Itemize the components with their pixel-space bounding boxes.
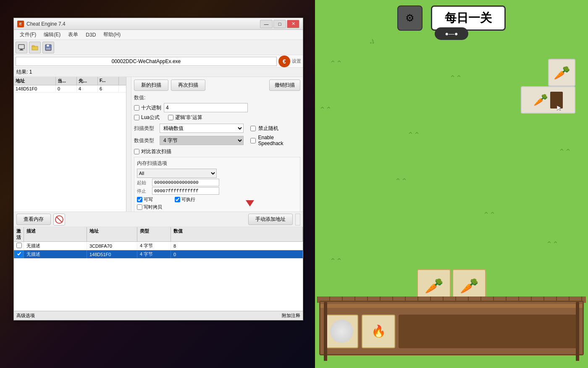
- results-header: 地址 当... 先... F...: [14, 77, 126, 85]
- result-address: 148D51F0: [14, 85, 56, 92]
- game-topbar: ⚙ 每日一关: [315, 0, 588, 32]
- no-button[interactable]: [53, 214, 65, 225]
- writable-checkbox[interactable]: [137, 197, 142, 202]
- grass-tuft: ⌃⌃: [330, 59, 342, 68]
- start-input[interactable]: [152, 179, 219, 186]
- toolbar-btn-2[interactable]: [29, 42, 41, 53]
- speedhack-checkbox[interactable]: [250, 138, 256, 143]
- results-scrollbar[interactable]: [126, 77, 131, 212]
- copy-on-write-label: 写时拷贝: [137, 204, 162, 210]
- negate-checkbox[interactable]: [168, 115, 173, 120]
- scan-type-row: 扫描类型 精确数值 禁止随机: [134, 124, 300, 133]
- menu-table[interactable]: 表单: [65, 30, 81, 39]
- active-checkbox-2[interactable]: [16, 251, 22, 257]
- main-content: 地址 当... 先... F... 148D51F0 0 4 6: [14, 77, 303, 212]
- copy-on-write-checkbox[interactable]: [137, 204, 142, 210]
- stop-input[interactable]: [152, 187, 219, 195]
- grass-tuft: ⌃⌃: [395, 177, 407, 186]
- close-button[interactable]: ✕: [287, 20, 299, 28]
- process-input[interactable]: [16, 57, 277, 66]
- grass-tuft: ⌃⌃: [483, 210, 496, 220]
- scan-panel: 新的扫描 再次扫描 撤销扫描 数值: 十六进制 Lua公式: [131, 77, 303, 212]
- value-type-row: 数值类型 4 字节 Enable Speedhack: [134, 135, 300, 146]
- grass-tuft: ⌃⌃: [449, 74, 462, 83]
- addr-row-1[interactable]: 无描述 3CD8FA70 4 字节 8: [14, 242, 303, 250]
- menu-help[interactable]: 帮助(H): [100, 30, 124, 39]
- svg-rect-26: [19, 50, 24, 50]
- gear-button[interactable]: ⚙: [397, 5, 423, 31]
- value-cell-2: 0: [171, 251, 303, 258]
- shelf-item-wool[interactable]: [325, 315, 358, 348]
- grass-tuft: ⌃⌃: [546, 240, 559, 249]
- fence-post-left: [324, 302, 327, 361]
- shelf-item-fire[interactable]: 🔥: [362, 315, 395, 348]
- addr-scrollbar[interactable]: [295, 214, 300, 225]
- scan-type-label: 扫描类型: [134, 125, 157, 132]
- scan-type-select[interactable]: 精确数值: [160, 124, 244, 133]
- addr-header: 激活 描述 地址 类型 数值: [14, 227, 303, 242]
- executable-checkbox[interactable]: [175, 197, 180, 202]
- carrot-item-double[interactable]: 🥕: [521, 86, 575, 114]
- view-memory-button[interactable]: 查看内存: [16, 214, 51, 225]
- results-list: 地址 当... 先... F... 148D51F0 0 4 6: [14, 77, 126, 212]
- bottom-action-bar: 查看内存 手动添加地址: [14, 212, 303, 227]
- col-desc: 描述: [24, 227, 87, 241]
- all-select-row: All: [137, 169, 297, 178]
- hex-checkbox[interactable]: [134, 105, 139, 111]
- process-bar: € 设置: [14, 55, 303, 68]
- compare-checkbox[interactable]: [134, 149, 139, 154]
- svg-rect-31: [46, 48, 51, 50]
- red-arrow-icon: [246, 200, 254, 207]
- menu-file[interactable]: 文件(F): [16, 30, 39, 39]
- cheat-engine-window: E Cheat Engine 7.4 — □ ✕ 文件(F) 编辑(E) 表单 …: [13, 18, 303, 320]
- start-row: 起始: [137, 179, 297, 186]
- result-count: 结果: 1: [14, 68, 303, 77]
- no-icon: [55, 215, 63, 224]
- grass-tuft: ⌃⌃: [330, 257, 342, 266]
- grass-tuft: ⌃⌃: [319, 105, 332, 114]
- toolbar: [14, 40, 303, 55]
- memory-region-select[interactable]: All: [137, 169, 217, 178]
- value-type-select[interactable]: 4 字节: [160, 136, 244, 145]
- result-row[interactable]: 148D51F0 0 4 6: [14, 85, 126, 93]
- col-f: F...: [98, 77, 119, 85]
- maximize-button[interactable]: □: [273, 20, 286, 28]
- value-input[interactable]: [164, 103, 248, 112]
- compare-checkbox-label: 对比首次扫描: [134, 148, 171, 155]
- status-bar: 高级选项 附加注释: [14, 311, 303, 320]
- manual-add-button[interactable]: 手动添加地址: [248, 214, 293, 225]
- addr-row-2[interactable]: 无描述 148D51F0 4 字节 0: [14, 250, 303, 259]
- negate-label: 逻辑'非'运算: [175, 114, 202, 121]
- col-value: 数值: [171, 227, 303, 241]
- active-checkbox-1[interactable]: [16, 243, 22, 248]
- address-cell-2: 148D51F0: [87, 251, 137, 258]
- toolbar-btn-3[interactable]: [42, 42, 54, 53]
- minimize-button[interactable]: —: [260, 20, 273, 28]
- ce-logo: €: [278, 56, 290, 67]
- stop-row: 停止: [137, 187, 297, 195]
- status-right[interactable]: 附加注释: [282, 312, 300, 319]
- value-label: 数值:: [134, 94, 157, 101]
- value-row: 数值:: [134, 94, 300, 101]
- shelf-empty: [399, 315, 578, 348]
- daily-level-button[interactable]: 每日一关: [431, 5, 506, 31]
- menu-d3d[interactable]: D3D: [82, 31, 99, 39]
- carrot-icon: 🥕: [533, 93, 548, 107]
- writable-label: 可写: [144, 196, 153, 203]
- active-checkbox-cell-2[interactable]: [14, 250, 24, 258]
- new-scan-button[interactable]: 新的扫描: [134, 79, 168, 91]
- active-checkbox-cell[interactable]: [14, 242, 24, 250]
- carrot-item-1[interactable]: 🥕: [548, 59, 575, 86]
- status-left[interactable]: 高级选项: [16, 312, 35, 319]
- results-panel: 地址 当... 先... F... 148D51F0 0 4 6: [14, 77, 131, 212]
- menu-edit[interactable]: 编辑(E): [40, 30, 64, 39]
- rescan-button[interactable]: 再次扫描: [171, 79, 205, 91]
- lua-checkbox[interactable]: [134, 115, 139, 120]
- window-controls: — □ ✕: [260, 20, 299, 28]
- toolbar-btn-1[interactable]: [16, 42, 27, 53]
- memory-options-title: 内存扫描选项: [137, 160, 297, 167]
- fence-post-right: [576, 302, 579, 361]
- result-prev: 4: [77, 85, 98, 92]
- undo-scan-button[interactable]: 撤销扫描: [269, 79, 300, 91]
- stop-random-checkbox[interactable]: [250, 126, 256, 131]
